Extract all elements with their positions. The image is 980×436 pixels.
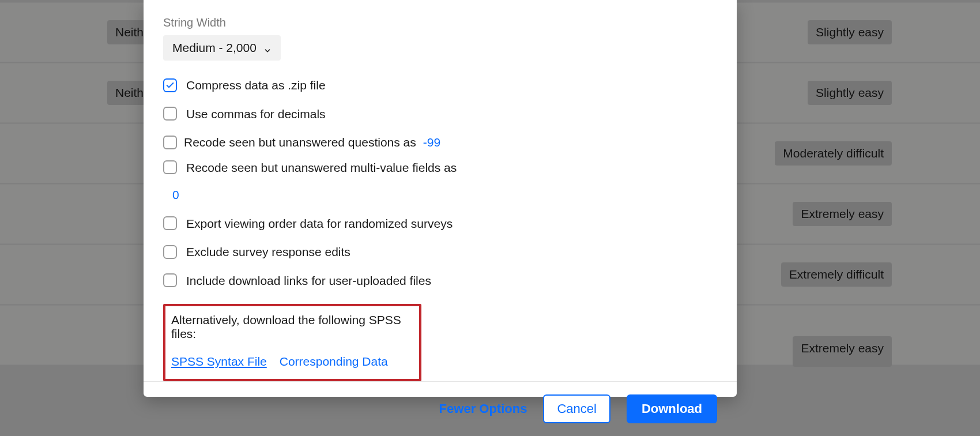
chevron-down-icon xyxy=(263,44,272,52)
download-modal: String Width Medium - 2,000 Compress dat… xyxy=(144,0,737,397)
checkbox-commas[interactable] xyxy=(163,107,177,121)
option-compress[interactable]: Compress data as .zip file xyxy=(163,71,717,100)
option-download-links[interactable]: Include download links for user-uploaded… xyxy=(163,266,717,295)
option-viewing-order-label: Export viewing order data for randomized… xyxy=(186,215,453,233)
option-recode-multivalue-label: Recode seen but unanswered multi-value f… xyxy=(186,159,457,177)
option-recode-unanswered-label: Recode seen but unanswered questions as xyxy=(184,133,416,152)
options-list: Compress data as .zip file Use commas fo… xyxy=(163,71,717,295)
option-viewing-order[interactable]: Export viewing order data for randomized… xyxy=(163,209,717,238)
option-commas[interactable]: Use commas for decimals xyxy=(163,100,717,129)
corresponding-data-link[interactable]: Corresponding Data xyxy=(280,355,388,369)
checkbox-exclude-edits[interactable] xyxy=(163,245,177,259)
modal-body: String Width Medium - 2,000 Compress dat… xyxy=(144,0,737,381)
alternative-links: SPSS Syntax File Corresponding Data xyxy=(171,355,413,369)
option-recode-unanswered[interactable]: Recode seen but unanswered questions as … xyxy=(163,128,717,182)
fewer-options-button[interactable]: Fewer Options xyxy=(439,401,527,416)
checkbox-recode-multivalue[interactable] xyxy=(163,160,177,174)
spss-syntax-link[interactable]: SPSS Syntax File xyxy=(171,355,267,369)
string-width-value: Medium - 2,000 xyxy=(172,41,257,55)
modal-footer: Fewer Options Cancel Download xyxy=(144,381,737,436)
option-recode-multivalue[interactable]: Recode seen but unanswered multi-value f… xyxy=(163,159,457,177)
checkbox-compress[interactable] xyxy=(163,78,177,92)
string-width-label: String Width xyxy=(163,16,717,29)
alternative-spss-highlight: Alternatively, download the following SP… xyxy=(163,304,421,381)
checkbox-recode-unanswered[interactable] xyxy=(163,136,177,149)
string-width-select[interactable]: Medium - 2,000 xyxy=(163,35,281,61)
alternative-text: Alternatively, download the following SP… xyxy=(171,313,413,341)
download-button[interactable]: Download xyxy=(627,394,717,423)
option-exclude-edits[interactable]: Exclude survey response edits xyxy=(163,238,717,266)
recode-multivalue-value[interactable]: 0 xyxy=(172,186,179,204)
checkbox-download-links[interactable] xyxy=(163,273,177,287)
option-download-links-label: Include download links for user-uploaded… xyxy=(186,272,431,290)
option-commas-label: Use commas for decimals xyxy=(186,105,326,123)
recode-multivalue-value-row: 0 xyxy=(163,181,717,209)
cancel-button[interactable]: Cancel xyxy=(543,394,610,423)
option-exclude-edits-label: Exclude survey response edits xyxy=(186,243,350,261)
recode-unanswered-value[interactable]: -99 xyxy=(423,133,440,152)
option-compress-label: Compress data as .zip file xyxy=(186,76,326,95)
checkbox-viewing-order[interactable] xyxy=(163,216,177,230)
